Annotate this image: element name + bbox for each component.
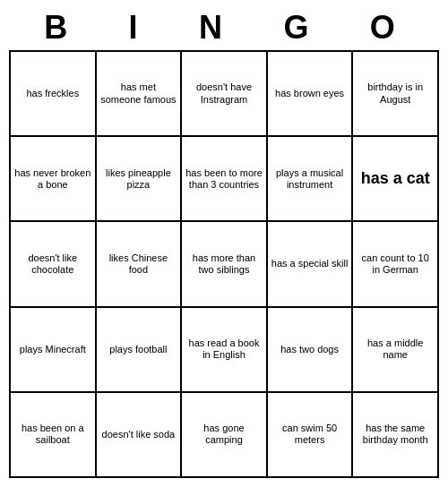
bingo-cell-12: has more than two siblings [181, 221, 267, 306]
bingo-cell-5: has never broken a bone [10, 136, 96, 221]
bingo-cell-15: plays Minecraft [10, 307, 96, 392]
bingo-cell-2: doesn't have Instragram [181, 51, 267, 136]
bingo-cell-13: has a special skill [267, 221, 353, 306]
bingo-cell-7: has been to more than 3 countries [181, 136, 267, 221]
bingo-cell-6: likes pineapple pizza [96, 136, 182, 221]
bingo-cell-0: has freckles [10, 51, 96, 136]
bingo-cell-17: has read a book in English [181, 307, 267, 392]
bingo-cell-10: doesn't like chocolate [10, 221, 96, 306]
bingo-title: B I N G O [9, 9, 439, 47]
bingo-cell-23: can swim 50 meters [267, 392, 353, 477]
bingo-cell-3: has brown eyes [267, 51, 353, 136]
bingo-cell-11: likes Chinese food [96, 221, 182, 306]
bingo-cell-21: doesn't like soda [96, 392, 182, 477]
bingo-cell-19: has a middle name [352, 307, 438, 392]
title-g: G [283, 9, 317, 47]
title-n: N [199, 9, 231, 47]
bingo-cell-20: has been on a sailboat [10, 392, 96, 477]
bingo-cell-1: has met someone famous [96, 51, 182, 136]
bingo-cell-24: has the same birthday month [352, 392, 438, 477]
bingo-cell-4: birthday is in August [352, 51, 438, 136]
bingo-cell-14: can count to 10 in German [352, 221, 438, 306]
bingo-cell-8: plays a musical instrument [267, 136, 353, 221]
title-o: O [370, 9, 404, 47]
title-b: B [44, 9, 76, 47]
title-i: I [129, 9, 147, 47]
bingo-cell-9: has a cat [352, 136, 438, 221]
bingo-grid: has freckleshas met someone famousdoesn'… [9, 50, 439, 478]
bingo-cell-22: has gone camping [181, 392, 267, 477]
bingo-cell-18: has two dogs [267, 307, 353, 392]
bingo-cell-16: plays football [96, 307, 182, 392]
